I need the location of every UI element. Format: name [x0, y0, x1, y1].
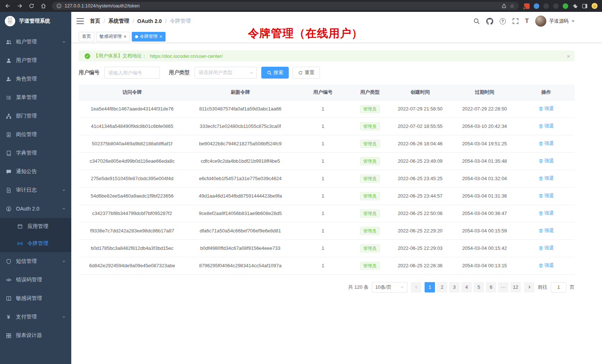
- sidebar-item-payment[interactable]: ¥ 支付管理: [0, 308, 71, 326]
- sidebar-item-error-code[interactable]: </> 错误码管理: [0, 271, 71, 289]
- page-button[interactable]: 1: [425, 282, 435, 292]
- user-type-cell: 管理员: [351, 257, 389, 274]
- breadcrumb-home[interactable]: 首页: [90, 18, 100, 24]
- force-logout-button[interactable]: 强退: [539, 227, 554, 234]
- reload-button[interactable]: [28, 3, 35, 9]
- sidebar-item-dept[interactable]: 部门管理: [0, 107, 71, 125]
- force-logout-button[interactable]: 强退: [539, 140, 554, 147]
- sidebar-item-user[interactable]: 用户管理: [0, 51, 71, 70]
- page-button[interactable]: 5: [474, 282, 484, 292]
- extension-badge: 0: [523, 7, 526, 10]
- book-icon: [6, 150, 12, 156]
- goto-unit: 页: [570, 284, 575, 291]
- close-icon[interactable]: ×: [124, 34, 127, 39]
- tab-token[interactable]: 令牌管理 ×: [132, 32, 166, 42]
- delete-icon: [539, 124, 543, 129]
- user-id-cell: 1: [295, 135, 351, 152]
- yen-icon: ¥: [6, 314, 12, 320]
- user-avatar: [535, 16, 546, 27]
- prev-page-button[interactable]: [411, 282, 421, 292]
- breadcrumb-oauth[interactable]: OAuth 2.0: [137, 18, 162, 24]
- back-button[interactable]: [4, 3, 11, 9]
- sidebar-item-sensitive-word[interactable]: 敏感词管理: [0, 289, 71, 308]
- page-button[interactable]: ···: [498, 282, 508, 292]
- tab-home[interactable]: 首页: [79, 32, 94, 42]
- page-button[interactable]: 12: [510, 282, 521, 292]
- expire-time-cell: 2054-03-04 00:15:59: [451, 222, 518, 239]
- extension-blue-icon[interactable]: [534, 3, 539, 9]
- sidebar-item-sms[interactable]: 短信管理: [0, 252, 71, 271]
- force-logout-button[interactable]: 强退: [539, 123, 554, 129]
- app-logo[interactable]: 芋道管理系统: [0, 12, 71, 30]
- font-size-icon[interactable]: T: [525, 17, 529, 25]
- bookmark-star-icon[interactable]: ☆: [510, 3, 514, 9]
- share-icon[interactable]: [501, 3, 507, 9]
- header-search-icon[interactable]: [473, 18, 480, 24]
- column-header-actions: 操作: [518, 85, 575, 100]
- user-type-select[interactable]: 请选择用户类型: [194, 67, 257, 79]
- page-size-select[interactable]: 10条/页: [372, 282, 408, 292]
- fullscreen-icon[interactable]: [512, 18, 519, 24]
- forward-button[interactable]: [16, 3, 23, 9]
- force-logout-button[interactable]: 强退: [539, 175, 554, 182]
- user-type-badge: 管理员: [360, 105, 380, 113]
- force-logout-button[interactable]: 强退: [539, 262, 554, 269]
- page-button[interactable]: 4: [461, 282, 472, 292]
- search-form: 用户编号 用户类型 请选择用户类型 搜索 重置: [79, 67, 575, 79]
- search-button[interactable]: 搜索: [261, 67, 289, 79]
- user-id-input[interactable]: [104, 67, 160, 79]
- refresh-token-cell: 811c530487574fa0af1a59d3abc1aa66: [186, 100, 295, 118]
- extensions-puzzle-icon[interactable]: [572, 3, 578, 9]
- profile-avatar-icon[interactable]: ☺: [592, 3, 598, 9]
- refresh-token-cell: dfa6c71a50a54c66bef706ef9e6e8d81: [186, 222, 295, 239]
- force-logout-button[interactable]: 强退: [539, 158, 554, 164]
- github-icon[interactable]: [486, 18, 493, 25]
- force-logout-button[interactable]: 强退: [539, 245, 554, 251]
- page-button[interactable]: 6: [486, 282, 496, 292]
- address-bar[interactable]: 127.0.0.1:1024/system/oauth2/token ☆: [52, 2, 519, 10]
- page-button[interactable]: 2: [437, 282, 447, 292]
- site-info-icon[interactable]: [56, 3, 62, 9]
- sidebar-item-notice[interactable]: 通知公告: [0, 162, 71, 181]
- sidebar-item-oauth[interactable]: OAuth 2.0: [0, 199, 71, 218]
- sidebar-item-oauth-apps[interactable]: 应用管理: [0, 218, 71, 235]
- force-logout-button[interactable]: 强退: [539, 105, 554, 112]
- extension-red-icon[interactable]: 0: [524, 3, 530, 9]
- tab-sensitive-word[interactable]: 敏感词管理 ×: [96, 32, 130, 42]
- goto-page-input[interactable]: [551, 282, 566, 292]
- sidebar-item-dict[interactable]: 字典管理: [0, 144, 71, 162]
- user-type-badge: 管理员: [360, 140, 380, 148]
- breadcrumb-system[interactable]: 系统管理: [108, 18, 129, 24]
- sidebar-item-oauth-token[interactable]: 令牌管理: [0, 235, 71, 252]
- reset-button[interactable]: 重置: [292, 67, 320, 79]
- code-icon: </>: [6, 277, 12, 283]
- doc-link[interactable]: https://doc.iocoder.cn/user-center/: [150, 53, 223, 59]
- help-icon[interactable]: ?: [500, 18, 506, 24]
- page-button[interactable]: 3: [449, 282, 459, 292]
- sidebar-item-report-designer[interactable]: 报表设计器: [0, 326, 71, 345]
- sidebar-item-post[interactable]: 岗位管理: [0, 125, 71, 144]
- user-menu[interactable]: 芋道源码: [535, 16, 575, 27]
- access-token-cell: 275e5de9151045fe87cbdc395e004f4d: [79, 170, 186, 187]
- sidebar-item-tenant[interactable]: 租户管理: [0, 33, 71, 51]
- sidebar-item-menu[interactable]: 菜单管理: [0, 88, 71, 107]
- search-icon: [267, 70, 272, 75]
- sidebar-toggle-button[interactable]: [76, 18, 84, 24]
- user-type-badge: 管理员: [360, 227, 380, 235]
- created-time-cell: 2022-06-26 18:04:46: [389, 135, 451, 152]
- delete-icon: [539, 228, 543, 233]
- side-panel-icon[interactable]: [582, 3, 588, 9]
- alert-close-icon[interactable]: ×: [567, 53, 570, 59]
- chevron-up-icon: [62, 207, 66, 211]
- extension-dark-icon-1[interactable]: [543, 3, 549, 9]
- force-logout-button[interactable]: 强退: [539, 210, 554, 216]
- page-content: ✓ 【用户体系】文档地址： https://doc.iocoder.cn/use…: [71, 43, 602, 364]
- sidebar-item-audit-log[interactable]: 审计日志: [0, 181, 71, 199]
- home-button[interactable]: [40, 3, 47, 9]
- force-logout-button[interactable]: 强退: [539, 192, 554, 199]
- close-icon[interactable]: ×: [160, 34, 163, 39]
- next-page-button[interactable]: [524, 282, 534, 292]
- extension-green-icon[interactable]: [563, 3, 568, 9]
- extension-dark-icon-2[interactable]: [553, 3, 559, 9]
- sidebar-item-role[interactable]: 角色管理: [0, 70, 71, 88]
